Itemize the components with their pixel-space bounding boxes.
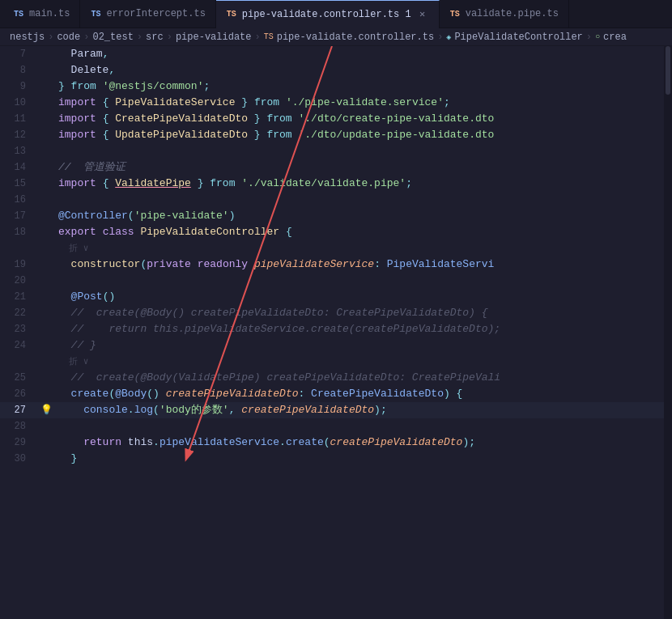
breadcrumb-class: PipeValidateController	[454, 32, 582, 43]
line-content: 折 ∨	[55, 240, 672, 257]
breadcrumb-code: code	[57, 32, 80, 43]
line-content: @Post()	[55, 289, 672, 305]
breadcrumb-method: crea	[603, 32, 627, 43]
line-content: // }	[55, 337, 672, 354]
line-content: import { PipeValidateService } from './p…	[55, 95, 672, 111]
line-number: 21	[0, 289, 39, 305]
lightbulb-icon[interactable]: 💡	[40, 402, 53, 418]
scrollbar[interactable]	[664, 46, 672, 619]
scrollbar-thumb[interactable]	[666, 46, 670, 95]
line-content: // return this.pipeValidateService.creat…	[55, 321, 672, 337]
line-content: } from '@nestjs/common';	[55, 78, 672, 95]
code-line-14: 14 // 管道验证	[0, 159, 672, 176]
ts-orange-icon: TS	[226, 9, 237, 20]
line-content	[55, 273, 672, 289]
line-number: 14	[0, 159, 39, 176]
line-content: // 管道验证	[55, 159, 672, 176]
line-number: 30	[0, 451, 39, 467]
code-line-25: 25 // create(@Body(ValidatePipe) createP…	[0, 370, 672, 386]
ts-icon: TS	[90, 8, 101, 19]
line-content: return this.pipeValidateService.create(c…	[55, 435, 672, 451]
line-content: }	[55, 451, 672, 467]
tab-close-button[interactable]: ✕	[416, 8, 429, 21]
code-editor[interactable]: 7 Param, 8 Delete, 9 } from '@nestjs/com…	[0, 46, 672, 619]
breadcrumb: nestjs › code › 02_test › src › pipe-val…	[0, 28, 672, 46]
line-number: 19	[0, 257, 39, 273]
line-number: 25	[0, 370, 39, 386]
line-content: export class PipeValidateController {	[55, 224, 672, 240]
line-number: 18	[0, 224, 39, 240]
line-number: 11	[0, 111, 39, 127]
line-number: 8	[0, 62, 39, 78]
breadcrumb-nestjs: nestjs	[10, 32, 45, 43]
tab-error-intercept[interactable]: TS errorIntercept.ts	[80, 0, 215, 28]
tab-label: errorIntercept.ts	[106, 8, 205, 19]
line-content	[55, 418, 672, 435]
line-number: 24	[0, 337, 39, 354]
code-line-8: 8 Delete,	[0, 62, 672, 78]
line-number: 15	[0, 176, 39, 192]
ts-icon: TS	[13, 8, 24, 19]
line-number: 29	[0, 435, 39, 451]
line-content: import { CreatePipeValidateDto } from '.…	[55, 111, 672, 127]
code-line-13: 13	[0, 143, 672, 159]
tab-label: main.ts	[29, 8, 70, 19]
method-icon: ○	[595, 32, 600, 41]
code-line-19: 19 constructor(private readonly pipeVali…	[0, 257, 672, 273]
code-line-28: 28	[0, 418, 672, 435]
line-number: 12	[0, 127, 39, 143]
line-content: create(@Body() createPipeValidateDto: Cr…	[55, 386, 672, 402]
code-line-10: 10 import { PipeValidateService } from '…	[0, 95, 672, 111]
class-icon: ◈	[446, 32, 451, 42]
line-content: 折 ∨	[55, 354, 672, 370]
line-number: 20	[0, 273, 39, 289]
code-line-12: 12 import { UpdatePipeValidateDto } from…	[0, 127, 672, 143]
line-content: Delete,	[55, 62, 672, 78]
breadcrumb-file: pipe-validate.controller.ts	[277, 32, 434, 43]
code-line-fold-2: 折 ∨	[0, 354, 672, 370]
line-content: @Controller('pipe-validate')	[55, 208, 672, 224]
line-content: Param,	[55, 46, 672, 62]
code-line-27: 27 💡 console.log('body的参数', createPipeVa…	[0, 402, 672, 418]
line-number: 17	[0, 208, 39, 224]
code-line-7: 7 Param,	[0, 46, 672, 62]
line-number: 22	[0, 305, 39, 321]
code-line-22: 22 // create(@Body() createPipeValidateD…	[0, 305, 672, 321]
line-number: 27	[0, 402, 39, 418]
breadcrumb-pipe-validate-folder: pipe-validate	[176, 32, 252, 43]
tab-pipe-validate[interactable]: TS pipe-validate.controller.ts 1 ✕	[216, 0, 440, 28]
line-number: 13	[0, 143, 39, 159]
code-line-15: 15 import { ValidatePipe } from './valid…	[0, 176, 672, 192]
code-line-20: 20	[0, 273, 672, 289]
ts-file-icon: TS	[264, 32, 274, 41]
line-content: constructor(private readonly pipeValidat…	[55, 257, 672, 273]
line-content: import { UpdatePipeValidateDto } from '.…	[55, 127, 672, 143]
breadcrumb-src: src	[146, 32, 164, 43]
line-number: 7	[0, 46, 39, 62]
line-number: 9	[0, 78, 39, 95]
code-line-23: 23 // return this.pipeValidateService.cr…	[0, 321, 672, 337]
code-line-29: 29 return this.pipeValidateService.creat…	[0, 435, 672, 451]
code-line-21: 21 @Post()	[0, 289, 672, 305]
line-content: // create(@Body() createPipeValidateDto:…	[55, 305, 672, 321]
code-line-fold-1: 折 ∨	[0, 240, 672, 257]
line-content: // create(@Body(ValidatePipe) createPipe…	[55, 370, 672, 386]
tab-label: validate.pipe.ts	[466, 8, 559, 19]
code-line-18: 18 export class PipeValidateController {	[0, 224, 672, 240]
line-content	[55, 143, 672, 159]
tab-label: pipe-validate.controller.ts 1	[242, 9, 411, 20]
code-line-9: 9 } from '@nestjs/common';	[0, 78, 672, 95]
line-number: 26	[0, 386, 39, 402]
code-line-11: 11 import { CreatePipeValidateDto } from…	[0, 111, 672, 127]
line-number: 10	[0, 95, 39, 111]
line-content: console.log('body的参数', createPipeValidat…	[55, 402, 672, 418]
line-content	[55, 192, 672, 208]
tab-validate-pipe[interactable]: TS validate.pipe.ts	[440, 0, 569, 28]
tab-main[interactable]: TS main.ts	[3, 0, 80, 28]
code-line-26: 26 create(@Body() createPipeValidateDto:…	[0, 386, 672, 402]
code-line-24: 24 // }	[0, 337, 672, 354]
tab-bar: TS main.ts TS errorIntercept.ts TS pipe-…	[0, 0, 672, 28]
line-number: 28	[0, 418, 39, 435]
code-line-30: 30 }	[0, 451, 672, 467]
code-line-17: 17 @Controller('pipe-validate')	[0, 208, 672, 224]
